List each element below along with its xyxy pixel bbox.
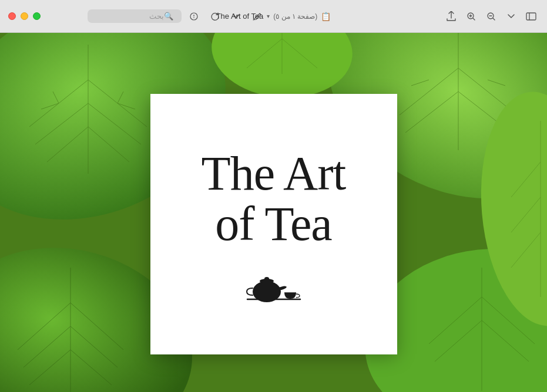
annotate-icon [189,12,199,21]
zoom-out-button[interactable] [482,8,500,25]
document-title: The Art of Tea [216,12,264,21]
share-button[interactable] [442,8,460,25]
teapot-svg [244,267,303,302]
maximize-button[interactable] [33,12,41,20]
svg-line-6 [473,18,475,20]
zoom-in-icon [467,12,476,21]
window-controls [0,12,41,20]
svg-line-9 [493,18,495,20]
search-icon: 🔍 [164,12,173,21]
sidebar-icon [526,12,536,21]
svg-rect-10 [526,13,536,20]
page-indicator: (صفحة ١ من ٥) [273,12,317,21]
document-page: The Art of Tea [150,96,397,354]
book-title: The Art of Tea [202,148,346,249]
zoom-out-icon [486,12,496,21]
window-title-area: The Art of Tea ▾ (صفحة ١ من ٥) 📋 [216,12,331,21]
annotate-button[interactable] [185,8,203,25]
document-icon: 📋 [321,12,331,21]
teapot-icon [244,267,303,302]
toolbar-right [442,8,547,25]
titlebar: 🔍 [0,0,547,33]
search-input[interactable] [93,12,164,21]
chevron-down-icon-2 [508,14,515,19]
sidebar-toggle-button[interactable] [522,8,540,25]
leaf-background: The Art of Tea [0,33,547,392]
main-content: The Art of Tea [0,33,547,392]
zoom-in-button[interactable] [462,8,480,25]
svg-point-2 [193,17,194,18]
close-button[interactable] [8,12,16,20]
search-box[interactable]: 🔍 [88,9,182,23]
view-options-dropdown[interactable] [502,8,520,25]
svg-point-58 [253,281,281,302]
svg-point-60 [264,277,269,281]
minimize-button[interactable] [21,12,28,20]
title-chevron-icon[interactable]: ▾ [267,13,270,19]
share-icon [447,11,456,22]
